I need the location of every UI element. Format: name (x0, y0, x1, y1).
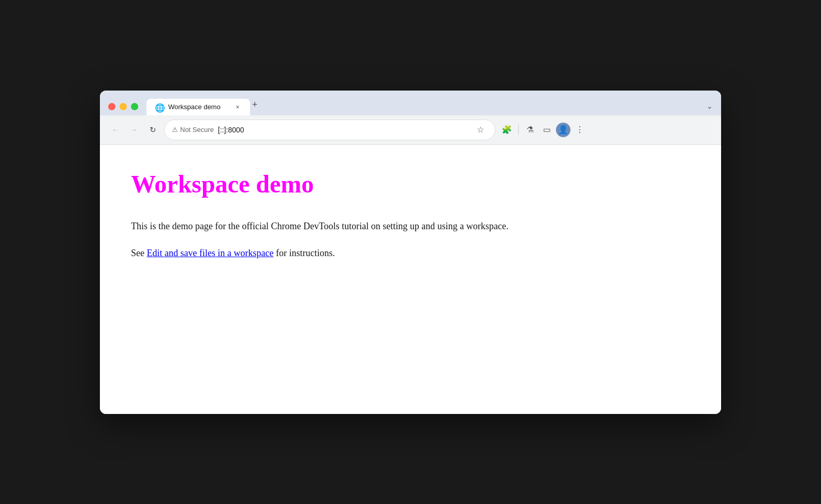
back-icon: ← (112, 125, 120, 134)
profile-button[interactable]: 👤 (556, 123, 570, 137)
extensions-button[interactable]: 🧩 (500, 123, 514, 137)
page-heading: Workspace demo (131, 170, 690, 198)
tab-title: Workspace demo (168, 103, 228, 111)
paragraph-2: See Edit and save files in a workspace f… (131, 246, 690, 261)
sidebar-icon: ▭ (543, 125, 551, 135)
reload-button[interactable]: ↻ (145, 123, 160, 137)
url-display: [::]:8000 (218, 126, 469, 134)
sidebar-button[interactable]: ▭ (539, 123, 554, 137)
close-button[interactable] (108, 103, 115, 110)
new-tab-button[interactable]: + (250, 95, 264, 115)
warning-icon: ⚠ (172, 126, 178, 134)
avatar-icon: 👤 (558, 125, 568, 135)
paragraph-2-suffix: for instructions. (273, 248, 335, 258)
lab-icon: ⚗ (526, 125, 534, 135)
tab-bar: 🌐 Workspace demo × + ⌄ (100, 91, 721, 115)
lab-button[interactable]: ⚗ (523, 123, 537, 137)
maximize-button[interactable] (131, 103, 138, 110)
tab-close-button[interactable]: × (233, 103, 242, 111)
tab-chevron-button[interactable]: ⌄ (702, 98, 721, 115)
forward-icon: → (130, 125, 138, 134)
more-button[interactable]: ⋮ (573, 123, 587, 137)
bookmark-button[interactable]: ☆ (473, 123, 488, 137)
back-button[interactable]: ← (108, 123, 123, 137)
page-content: Workspace demo This is the demo page for… (100, 145, 721, 414)
security-indicator: ⚠ Not Secure (172, 126, 214, 134)
toolbar: ← → ↻ ⚠ Not Secure [::]:8000 ☆ 🧩 ⚗ (100, 115, 721, 145)
browser-window: 🌐 Workspace demo × + ⌄ ← → ↻ ⚠ Not Secur… (100, 91, 721, 414)
toolbar-actions: 🧩 ⚗ ▭ 👤 ⋮ (500, 123, 587, 137)
extensions-icon: 🧩 (502, 125, 512, 135)
workspace-link[interactable]: Edit and save files in a workspace (147, 248, 274, 258)
tab-favicon-icon: 🌐 (155, 103, 163, 111)
more-icon: ⋮ (576, 125, 584, 135)
traffic-lights (100, 103, 146, 115)
active-tab[interactable]: 🌐 Workspace demo × (146, 99, 250, 115)
bookmark-icon: ☆ (477, 125, 484, 135)
forward-button[interactable]: → (127, 123, 141, 137)
paragraph-1: This is the demo page for the official C… (131, 219, 690, 234)
reload-icon: ↻ (150, 125, 156, 135)
address-bar[interactable]: ⚠ Not Secure [::]:8000 ☆ (164, 120, 495, 140)
minimize-button[interactable] (120, 103, 127, 110)
toolbar-divider (518, 125, 519, 135)
security-label: Not Secure (180, 126, 214, 134)
paragraph-2-prefix: See (131, 248, 147, 258)
